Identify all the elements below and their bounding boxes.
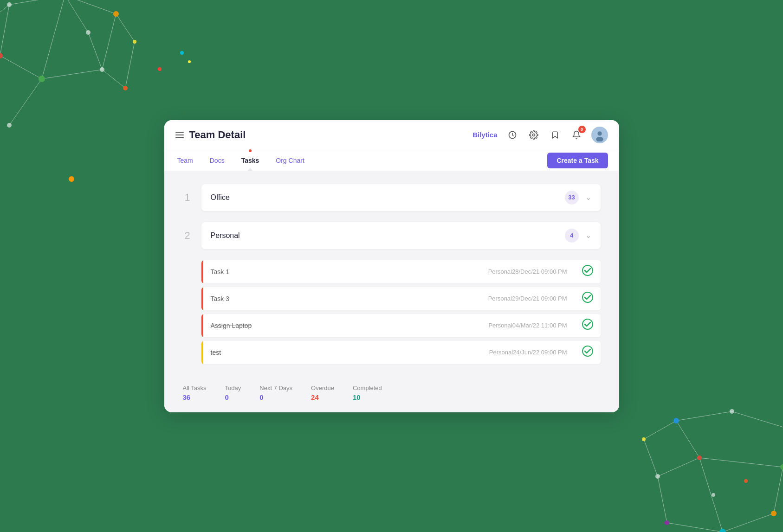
- main-card: Team Detail Bilytica: [164, 120, 619, 412]
- task-content: Assign Laptop Personal04/Mar/22 11:00 PM: [203, 316, 575, 335]
- chevron-down-icon-personal[interactable]: ⌄: [585, 231, 591, 240]
- svg-point-53: [712, 493, 715, 497]
- svg-point-52: [744, 479, 748, 483]
- svg-point-18: [113, 11, 119, 17]
- task-item[interactable]: Assign Laptop Personal04/Mar/22 11:00 PM: [201, 314, 601, 337]
- avatar[interactable]: [591, 127, 608, 143]
- create-task-button[interactable]: Create a Task: [547, 153, 608, 168]
- svg-point-57: [597, 131, 602, 135]
- task-meta: Personal24/Jun/22 09:00 PM: [489, 349, 567, 356]
- svg-point-59: [582, 265, 593, 276]
- tab-org-chart[interactable]: Org Chart: [274, 150, 306, 171]
- svg-point-27: [7, 123, 12, 128]
- clock-icon[interactable]: [506, 128, 519, 141]
- stat-value: 10: [353, 393, 361, 401]
- category-card-personal[interactable]: Personal 4 ⌄: [201, 222, 601, 249]
- svg-line-13: [116, 14, 135, 42]
- svg-line-9: [0, 5, 9, 23]
- svg-line-6: [42, 70, 102, 79]
- task-name: Assign Laptop: [211, 322, 252, 329]
- svg-point-60: [582, 292, 593, 302]
- stat-today: Today 0: [225, 385, 241, 401]
- task-name: Task 3: [211, 295, 229, 302]
- stat-overdue: Overdue 24: [311, 385, 334, 401]
- stat-label: Next 7 Days: [259, 385, 292, 391]
- bookmark-icon[interactable]: [549, 128, 562, 141]
- stat-label: Today: [225, 385, 241, 391]
- svg-line-35: [699, 458, 783, 467]
- settings-icon[interactable]: [527, 128, 540, 141]
- task-name: test: [211, 349, 221, 356]
- svg-point-20: [86, 30, 91, 35]
- task-item[interactable]: Task 1 Personal28/Dec/21 09:00 PM: [201, 260, 601, 283]
- tab-tasks[interactable]: Tasks: [239, 150, 261, 171]
- page-title: Team Detail: [189, 129, 246, 141]
- svg-line-30: [723, 513, 774, 532]
- stat-all-tasks: All Tasks 36: [183, 385, 207, 401]
- svg-line-1: [65, 0, 116, 14]
- footer-stats: All Tasks 36 Today 0 Next 7 Days 0 Overd…: [164, 375, 619, 412]
- category-right-office: 33 ⌄: [565, 191, 591, 205]
- header: Team Detail Bilytica: [164, 120, 619, 150]
- task-check-icon: [575, 265, 601, 279]
- category-row-office: 1 Office 33 ⌄: [183, 184, 601, 211]
- svg-line-36: [644, 439, 658, 476]
- svg-point-25: [123, 86, 128, 90]
- svg-line-2: [0, 5, 9, 56]
- svg-point-45: [655, 474, 660, 479]
- stat-label: All Tasks: [183, 385, 207, 391]
- tab-team[interactable]: Team: [175, 150, 195, 171]
- task-content: Task 3 Personal29/Dec/21 09:00 PM: [203, 289, 575, 308]
- task-name: Task 1: [211, 268, 229, 276]
- svg-line-12: [88, 32, 102, 70]
- svg-line-5: [102, 14, 116, 70]
- category-number-2: 2: [183, 230, 192, 242]
- svg-point-50: [730, 409, 734, 414]
- tab-docs[interactable]: Docs: [208, 150, 226, 171]
- svg-line-34: [774, 467, 783, 513]
- category-card-office[interactable]: Office 33 ⌄: [201, 184, 601, 211]
- task-meta: Personal29/Dec/21 09:00 PM: [488, 295, 567, 302]
- svg-line-29: [667, 523, 723, 532]
- task-check-icon: [575, 292, 601, 306]
- content-area: 1 Office 33 ⌄ 2 Personal 4 ⌄: [164, 171, 619, 364]
- stat-value: 24: [311, 393, 319, 401]
- stat-label: Overdue: [311, 385, 334, 391]
- stat-value: 0: [225, 393, 229, 401]
- svg-point-55: [532, 134, 535, 136]
- network-decoration-topleft: [0, 0, 149, 144]
- task-item[interactable]: test Personal24/Jun/22 09:00 PM: [201, 341, 601, 364]
- svg-point-49: [673, 418, 679, 423]
- svg-point-43: [665, 520, 669, 525]
- svg-point-24: [39, 76, 45, 82]
- task-check-icon: [575, 346, 601, 359]
- stat-completed: Completed 10: [353, 385, 382, 401]
- header-left: Team Detail: [175, 129, 246, 141]
- network-decoration-bottomright: [639, 393, 783, 532]
- category-right-personal: 4 ⌄: [565, 229, 591, 243]
- svg-line-41: [644, 421, 676, 439]
- svg-line-0: [9, 0, 65, 5]
- task-item[interactable]: Task 3 Personal29/Dec/21 09:00 PM: [201, 287, 601, 310]
- svg-line-3: [0, 56, 42, 79]
- svg-line-11: [65, 0, 88, 32]
- svg-line-40: [732, 411, 783, 430]
- svg-line-33: [699, 458, 723, 532]
- task-check-icon: [575, 319, 601, 333]
- tasks-section: Task 1 Personal28/Dec/21 09:00 PM Task 3…: [201, 260, 601, 364]
- svg-point-61: [582, 319, 593, 329]
- svg-point-48: [642, 437, 646, 441]
- category-name-personal: Personal: [211, 231, 240, 240]
- svg-point-22: [133, 40, 136, 44]
- header-right: Bilytica: [472, 127, 608, 143]
- nav-tabs-left: Team Docs Tasks Org Chart: [175, 150, 306, 171]
- svg-line-8: [9, 79, 42, 125]
- nav-tabs: Team Docs Tasks Org Chart Create a Task: [164, 150, 619, 171]
- dot-decoration: [188, 60, 191, 63]
- stat-label: Completed: [353, 385, 382, 391]
- task-content: Task 1 Personal28/Dec/21 09:00 PM: [203, 263, 575, 281]
- chevron-down-icon[interactable]: ⌄: [585, 193, 591, 202]
- category-name-office: Office: [211, 193, 230, 202]
- hamburger-icon[interactable]: [175, 132, 184, 138]
- svg-point-47: [697, 455, 702, 460]
